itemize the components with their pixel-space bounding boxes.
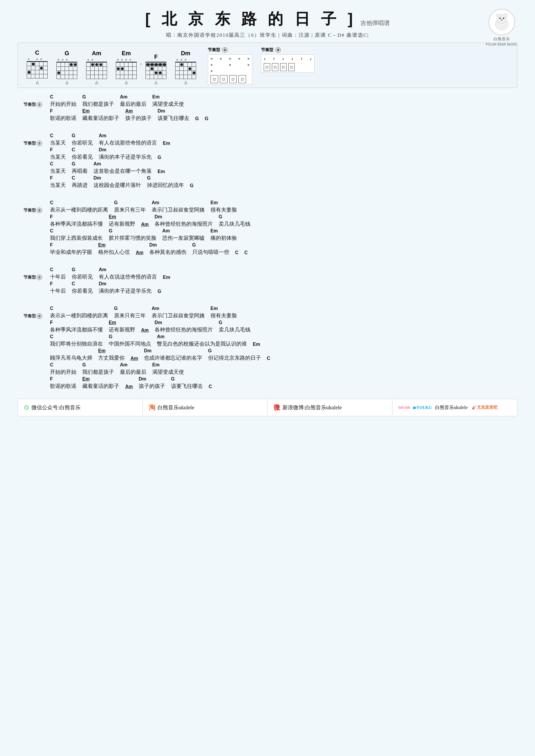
verse-line-4-2: F十年后 C你若看见 Dm满街的本子还是学乐先 G <box>23 281 512 295</box>
verse-line-3-1: 节奏型② C表示从一楼到四楼的距离 G原来只有三年 Am表示门卫叔叔食堂阿姨 E… <box>23 200 512 214</box>
strum-circle-1: ① <box>222 47 228 53</box>
meta-text: 唱：南京外国语学校2010届高三（6）班学生 | 词曲：汪源 | 原调 C－D#… <box>166 32 369 38</box>
verse-line-3-3: C我们穿上西装假装成长 G胶片挥霍习惯的笑脸 Am悲伤一发寂寞唏嘘 Em痛的初体… <box>23 228 512 242</box>
verse-block-4: 节奏型① C十年后 G你若听见 Am有人在说这些奇怪的语言 Em F十年后 C你… <box>23 266 512 295</box>
verse-block-1: 节奏型① C开始的开始 G我们都是孩子 Am最后的最后 Em渴望变成天使 F歌谣… <box>23 94 512 122</box>
line-content-2-2: F当某天 C你若看见 Dm满街的本子还是学乐先 G <box>50 147 512 161</box>
brand-name-cn: 白熊音乐 <box>486 37 517 42</box>
youku-icon: ▶YOUKU <box>413 405 432 410</box>
chord-G-name: G <box>56 50 77 57</box>
section-tag-5: 节奏型② <box>23 313 50 319</box>
svg-point-4 <box>499 18 501 19</box>
line-content-4-2: F十年后 C你若看见 Dm满街的本子还是学乐先 G <box>50 281 512 295</box>
footer-bar: ⊙ 微信公众号:白熊音乐 淘 白熊音乐ukulele 微 新浪微博:白熊音乐uk… <box>18 399 517 416</box>
footer-multi: bili bili ▶YOUKU 白熊音乐ukulele 🎸尤克里里吧 <box>392 399 517 416</box>
strum-patterns: 节奏型 ① × × × × × × × × × □ □ □ □ <box>208 47 315 85</box>
footer-wechat-text: 微信公众号:白熊音乐 <box>31 404 80 411</box>
chord-F: F 1 <box>146 53 166 85</box>
verse-line-5-5: C开始的开始 G我们都是孩子 Am最后的最后 Em渴望变成天使 <box>23 362 512 376</box>
svg-point-5 <box>503 18 504 19</box>
bilibili-icon: bili bili <box>398 405 410 410</box>
main-title: [ 北 京 东 路 的 日 子 ] <box>145 10 356 27</box>
line-content-3-1: C表示从一楼到四楼的距离 G原来只有三年 Am表示门卫叔叔食堂阿姨 Em很有夫妻… <box>50 200 512 214</box>
verse-line-5-1: 节奏型② C表示从一楼到四楼的距离 G原来只有三年 Am表示门卫叔叔食堂阿姨 E… <box>23 305 512 319</box>
meta-row: 唱：南京外国语学校2010届高三（6）班学生 | 词曲：汪源 | 原调 C－D#… <box>18 32 517 39</box>
chord-C-name: C <box>27 49 48 56</box>
verse-line-2-3: C当某天 G再唱着 Am这首歌会是在哪一个角落 Em <box>23 161 512 175</box>
verse-line-2-4: F当某天 C再踏进 Dm这校园会是哪片落叶 G掉进回忆的流年 G <box>23 175 512 189</box>
section-tag-4: 节奏型① <box>23 275 50 281</box>
verse-block-5: 节奏型② C表示从一楼到四楼的距离 G原来只有三年 Am表示门卫叔叔食堂阿姨 E… <box>23 305 512 390</box>
line-content-1-2: F歌谣的歌谣 Em藏着童话的影子 Am孩子的孩子 Dm该要飞往哪去 G G <box>50 108 512 122</box>
line-content-5-6: F歌谣的歌谣 Em藏着童话的影子 Am Dm孩子的孩子 G该要飞往哪去 C <box>50 376 512 390</box>
bear-icon-circle <box>489 9 515 35</box>
ukulele-icon: 🎸尤克里里吧 <box>472 405 497 410</box>
verse-block-2: 节奏型① C当某天 G你若听见 Am有人在说那些奇怪的语言 Em F当某天 C你… <box>23 132 512 189</box>
verse-line-4-1: 节奏型① C十年后 G你若听见 Am有人在说这些奇怪的语言 Em <box>23 266 512 281</box>
footer-taobao: 淘 白熊音乐ukulele <box>143 399 268 416</box>
verse-line-5-2: F各种季风洋流都搞不懂 Em还有新视野 Am Dm各种曾经狂热的海报照片 G卖几… <box>23 319 512 334</box>
svg-point-2 <box>496 14 500 17</box>
chord-C: C x o o <box>27 49 48 85</box>
line-content-5-2: F各种季风洋流都搞不懂 Em还有新视野 Am Dm各种曾经狂热的海报照片 G卖几… <box>50 319 512 334</box>
section-tag-3: 节奏型② <box>23 208 50 214</box>
footer-multi-text: 白熊音乐ukulele <box>435 405 468 411</box>
verse-line-5-4: 顾萍凡哥乌龟大师 Em方丈我爱你 Am Dm也或许谁都忘记谁的名字 G但记得北京… <box>23 348 512 362</box>
chords-area: C x o o <box>18 42 517 88</box>
svg-point-3 <box>504 14 507 17</box>
verse-line-1-2: F歌谣的歌谣 Em藏着童话的影子 Am孩子的孩子 Dm该要飞往哪去 G G <box>23 108 512 122</box>
chord-Em-name: Em <box>116 50 137 57</box>
chord-F-name: F <box>146 53 166 60</box>
line-content-2-1: C当某天 G你若听见 Am有人在说那些奇怪的语言 Em <box>50 132 512 147</box>
line-content-2-4: F当某天 C再踏进 Dm这校园会是哪片落叶 G掉进回忆的流年 G <box>50 175 512 189</box>
line-content-5-4: 顾萍凡哥乌龟大师 Em方丈我爱你 Am Dm也或许谁都忘记谁的名字 G但记得北京… <box>50 348 512 362</box>
section-tag-2: 节奏型① <box>23 141 50 147</box>
line-content-4-1: C十年后 G你若听见 Am有人在说这些奇怪的语言 Em <box>50 266 512 281</box>
line-content-2-3: C当某天 G再唱着 Am这首歌会是在哪一个角落 Em <box>50 161 512 175</box>
svg-point-6 <box>501 19 503 20</box>
section-tag-1: 节奏型① <box>23 102 50 108</box>
chord-G: G o o o △ <box>56 50 77 85</box>
line-content-3-3: C我们穿上西装假装成长 G胶片挥霍习惯的笑脸 Am悲伤一发寂寞唏嘘 Em痛的初体… <box>50 228 512 242</box>
title-section: [ 北 京 东 路 的 日 子 ] 吉他弹唱谱 <box>18 9 517 29</box>
footer-weibo: 微 新浪微博:白熊音乐ukulele <box>268 399 393 416</box>
chord-Dm-name: Dm <box>175 50 196 57</box>
line-content-5-5: C开始的开始 G我们都是孩子 Am最后的最后 Em渴望变成天使 <box>50 362 512 376</box>
taobao-icon: 淘 <box>149 403 155 412</box>
line-content-5-3: C我们即将分别独自浪在 G中国外国不同地点 Am瞥见白色的校服还会以为是我认识的… <box>50 334 512 348</box>
line-content-3-4: F毕业和成年的字眼 Em格外扣人心弦 Am Dm各种莫名的感伤 G只说句嘻嘻一些… <box>50 242 512 256</box>
footer-weibo-text: 新浪微博:白熊音乐ukulele <box>283 404 342 411</box>
line-content-5-1: C表示从一楼到四楼的距离 G原来只有三年 Am表示门卫叔叔食堂阿姨 Em很有夫妻… <box>50 305 512 319</box>
verse-line-3-2: F各种季风洋流都搞不懂 Em还有新视野 Am Dm各种曾经狂热的海报照片 G卖几… <box>23 214 512 228</box>
line-content-1-1: C开始的开始 G我们都是孩子 Am最后的最后 Em渴望变成天使 <box>50 94 512 108</box>
chord-Am: Am x o △ <box>86 50 107 85</box>
strum-circle-2: ② <box>275 47 281 53</box>
chord-Am-name: Am <box>86 50 107 57</box>
footer-taobao-text: 白熊音乐ukulele <box>157 404 194 411</box>
brand-name-en: POLAR BEAR MUSIC <box>486 43 517 46</box>
verse-line-5-3: C我们即将分别独自浪在 G中国外国不同地点 Am瞥见白色的校服还会以为是我认识的… <box>23 334 512 348</box>
verse-line-5-6: F歌谣的歌谣 Em藏着童话的影子 Am Dm孩子的孩子 G该要飞往哪去 C <box>23 376 512 390</box>
verse-line-2-2: F当某天 C你若看见 Dm满街的本子还是学乐先 G <box>23 147 512 161</box>
verse-line-3-4: F毕业和成年的字眼 Em格外扣人心弦 Am Dm各种莫名的感伤 G只说句嘻嘻一些… <box>23 242 512 256</box>
verse-line-1-1: 节奏型① C开始的开始 G我们都是孩子 Am最后的最后 Em渴望变成天使 <box>23 94 512 108</box>
verse-line-2-1: 节奏型① C当某天 G你若听见 Am有人在说那些奇怪的语言 Em <box>23 132 512 147</box>
chord-Dm: Dm x x o △ <box>175 50 196 85</box>
page: 白熊音乐 POLAR BEAR MUSIC [ 北 京 东 路 的 日 子 ] … <box>0 0 535 756</box>
song-body: 节奏型① C开始的开始 G我们都是孩子 Am最后的最后 Em渴望变成天使 F歌谣… <box>18 94 517 390</box>
strum-pattern-1: 节奏型 ① × × × × × × × × × □ □ □ □ <box>208 47 252 85</box>
chord-Em: Em o o o o △ <box>116 50 137 85</box>
footer-wechat: ⊙ 微信公众号:白熊音乐 <box>18 399 143 416</box>
line-content-3-2: F各种季风洋流都搞不懂 Em还有新视野 Am Dm各种曾经狂热的海报照片 G卖几… <box>50 214 512 228</box>
weibo-icon: 微 <box>274 403 280 412</box>
wechat-icon: ⊙ <box>24 404 29 411</box>
verse-block-3: 节奏型② C表示从一楼到四楼的距离 G原来只有三年 Am表示门卫叔叔食堂阿姨 E… <box>23 200 512 256</box>
subtitle: 吉他弹唱谱 <box>360 20 390 26</box>
strum-pattern-2: 节奏型 ② ↓ ↑ ↓ ↓ ↑ ↓ □ □ □ □ <box>261 47 315 72</box>
brand-logo: 白熊音乐 POLAR BEAR MUSIC <box>486 9 517 46</box>
section-tag-1-spacer <box>23 122 50 122</box>
